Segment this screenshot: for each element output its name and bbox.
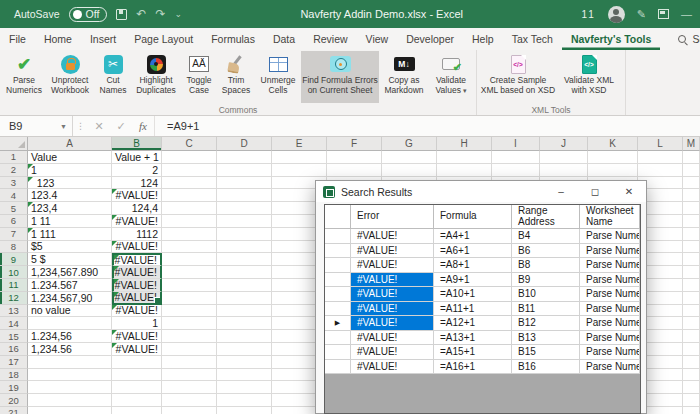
- grid-row[interactable]: #VALUE!=A11+1B11Parse Numerics: [325, 302, 640, 317]
- tab-data[interactable]: Data: [264, 28, 304, 50]
- cell-k2[interactable]: [588, 164, 638, 177]
- ribbon-button-unprotect-workbook[interactable]: Unprotect Workbook: [45, 51, 95, 103]
- grid-cell-formula[interactable]: =A11+1: [434, 302, 512, 317]
- grid-cell-worksheet[interactable]: Parse Numerics: [580, 244, 640, 259]
- grid-cell-worksheet[interactable]: Parse Numerics: [580, 258, 640, 273]
- cell-c13[interactable]: [162, 305, 217, 318]
- cell-d8[interactable]: [217, 241, 272, 254]
- cell-m7[interactable]: [683, 228, 700, 241]
- redo-icon[interactable]: ↷: [155, 8, 165, 20]
- grid-row-selector[interactable]: [325, 258, 351, 273]
- cell-d13[interactable]: [217, 305, 272, 318]
- grid-row-selector[interactable]: [325, 360, 351, 375]
- grid-cell-error[interactable]: #VALUE!: [351, 302, 434, 317]
- row-header-1[interactable]: 1: [0, 151, 28, 164]
- cell-b8[interactable]: #VALUE!: [112, 241, 162, 254]
- cell-m14[interactable]: [683, 317, 700, 330]
- grid-cell-worksheet[interactable]: Parse Numerics: [580, 273, 640, 288]
- grid-cell-error[interactable]: #VALUE!: [351, 287, 434, 302]
- grid-cell-formula[interactable]: =A12+1: [434, 316, 512, 331]
- cell-b17[interactable]: [112, 356, 162, 369]
- cell-h2[interactable]: [437, 164, 492, 177]
- column-header-b[interactable]: B: [112, 137, 162, 151]
- row-header-3[interactable]: 3: [0, 177, 28, 190]
- grid-row-selector[interactable]: [325, 244, 351, 259]
- grid-cell-range[interactable]: B13: [512, 331, 580, 346]
- cell-b2[interactable]: 2: [112, 164, 162, 177]
- ribbon-button-validate-values[interactable]: Validate Values ▾: [429, 51, 473, 103]
- cell-g2[interactable]: [382, 164, 437, 177]
- cell-d19[interactable]: [217, 381, 272, 394]
- grid-cell-worksheet[interactable]: Parse Numerics: [580, 287, 640, 302]
- cell-m11[interactable]: [683, 279, 700, 292]
- dialog-close-button[interactable]: ✕: [612, 181, 646, 202]
- tab-view[interactable]: View: [357, 28, 398, 50]
- grid-row-selector[interactable]: [325, 229, 351, 244]
- undo-icon[interactable]: ↶: [136, 8, 146, 20]
- cell-a14[interactable]: [28, 317, 112, 330]
- cell-a1[interactable]: Value: [28, 151, 112, 164]
- grid-row-selector[interactable]: [325, 287, 351, 302]
- row-header-12[interactable]: 12: [0, 292, 28, 305]
- grid-cell-range[interactable]: B11: [512, 302, 580, 317]
- cell-b16[interactable]: #VALUE!: [112, 343, 162, 356]
- row-header-5[interactable]: 5: [0, 202, 28, 215]
- cell-a10[interactable]: 1,234,567.890: [28, 266, 112, 279]
- cell-c12[interactable]: [162, 292, 217, 305]
- ribbon-button-copy-as-markdown[interactable]: M↓Copy as Markdown: [379, 51, 429, 103]
- cell-m15[interactable]: [683, 330, 700, 343]
- cell-a15[interactable]: 1.234,56: [28, 330, 112, 343]
- cell-c10[interactable]: [162, 266, 217, 279]
- grid-row-selector[interactable]: [325, 273, 351, 288]
- tab-insert[interactable]: Insert: [81, 28, 125, 50]
- cell-m8[interactable]: [683, 241, 700, 254]
- cell-k1[interactable]: [588, 151, 638, 164]
- cell-a7[interactable]: 1 111: [28, 228, 112, 241]
- cell-d20[interactable]: [217, 394, 272, 407]
- cell-b19[interactable]: [112, 381, 162, 394]
- ribbon-button-create-sample-xml[interactable]: </>Create Sample XML based on XSD: [480, 51, 556, 103]
- cell-a12[interactable]: 1.234.567,90: [28, 292, 112, 305]
- column-header-d[interactable]: D: [217, 137, 272, 151]
- row-header-17[interactable]: 17: [0, 356, 28, 369]
- cell-d17[interactable]: [217, 356, 272, 369]
- cell-d16[interactable]: [217, 343, 272, 356]
- grid-row[interactable]: #VALUE!=A4+1B4Parse Numerics: [325, 229, 640, 244]
- name-box[interactable]: B9 ▼: [0, 116, 73, 136]
- row-header-6[interactable]: 6: [0, 215, 28, 228]
- row-header-7[interactable]: 7: [0, 228, 28, 241]
- cell-d4[interactable]: [217, 189, 272, 202]
- cell-d10[interactable]: [217, 266, 272, 279]
- grid-row[interactable]: #VALUE!=A10+1B10Parse Numerics: [325, 287, 640, 302]
- cell-l2[interactable]: [638, 164, 683, 177]
- grid-cell-worksheet[interactable]: Parse Numerics: [580, 316, 640, 331]
- cell-c17[interactable]: [162, 356, 217, 369]
- row-header-10[interactable]: 10: [0, 266, 28, 279]
- grid-cell-error[interactable]: #VALUE!: [351, 244, 434, 259]
- row-header-2[interactable]: 2: [0, 164, 28, 177]
- cell-d6[interactable]: [217, 215, 272, 228]
- account-avatar[interactable]: [608, 6, 625, 23]
- grid-column-header-worksheet-name[interactable]: Worksheet Name: [580, 205, 640, 229]
- cell-m16[interactable]: [683, 343, 700, 356]
- cell-i2[interactable]: [492, 164, 540, 177]
- cell-d5[interactable]: [217, 202, 272, 215]
- grid-cell-formula[interactable]: =A8+1: [434, 258, 512, 273]
- cell-c1[interactable]: [162, 151, 217, 164]
- cell-m17[interactable]: [683, 356, 700, 369]
- insert-function-icon[interactable]: fx: [132, 116, 154, 136]
- grid-cell-error[interactable]: #VALUE!: [351, 258, 434, 273]
- ribbon-button-parse-numerics[interactable]: ✔Parse Numerics: [3, 51, 45, 103]
- tab-home[interactable]: Home: [35, 28, 81, 50]
- grid-row[interactable]: #VALUE!=A6+1B6Parse Numerics: [325, 244, 640, 259]
- grid-row[interactable]: ▶#VALUE!=A12+1B12Parse Numerics: [325, 316, 640, 331]
- grid-row[interactable]: #VALUE!=A16+1B16Parse Numerics: [325, 360, 640, 375]
- row-header-20[interactable]: 20: [0, 394, 28, 407]
- dialog-title-bar[interactable]: Search Results – ◻ ✕: [316, 181, 646, 202]
- cell-d2[interactable]: [217, 164, 272, 177]
- grid-cell-range[interactable]: B15: [512, 345, 580, 360]
- grid-row-selector[interactable]: ▶: [325, 316, 351, 331]
- grid-row-selector[interactable]: [325, 302, 351, 317]
- grid-cell-error[interactable]: #VALUE!: [351, 229, 434, 244]
- cell-c16[interactable]: [162, 343, 217, 356]
